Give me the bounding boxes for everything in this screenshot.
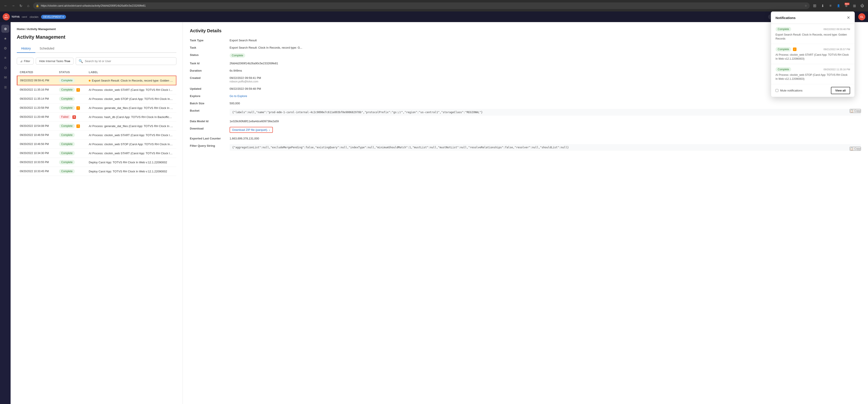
exported-counter-label: Exported Last Counter: [190, 137, 229, 140]
status-badge: Complete: [59, 169, 74, 173]
cell-status: Complete: [56, 149, 86, 158]
notif-footer: Mute notifications View all: [771, 84, 855, 97]
detail-row-filter-query: Filter Query String {"aggregationList":n…: [190, 144, 861, 151]
table-row[interactable]: 09/22/2022 09:59:41 PMCompleteExport Sea…: [17, 76, 176, 85]
power-button[interactable]: ⏻: [859, 3, 865, 9]
cell-created: 09/20/2022 11:20:48 PM: [17, 113, 57, 121]
notif-close-button[interactable]: ✕: [847, 15, 850, 20]
table-row[interactable]: 09/20/2022 10:33:45 PMCompleteDeploy Car…: [17, 167, 176, 176]
new-badge-button[interactable]: ⊕ New: [843, 3, 849, 9]
warning-icon: !: [76, 106, 80, 110]
more-apps-button[interactable]: ⊞: [851, 3, 858, 9]
copy-label: Copy: [854, 109, 861, 113]
explore-link[interactable]: Go to Explore: [229, 94, 247, 98]
col-created: Created: [17, 69, 57, 76]
table-row[interactable]: 09/20/2022 11:35:14 PMCompleteAI Process…: [17, 94, 176, 104]
new-badge: New: [845, 3, 849, 5]
env-badge[interactable]: DEVELOPMENT ▾: [41, 15, 66, 19]
sidebar-item-settings[interactable]: ⚙: [1, 44, 9, 52]
table-row[interactable]: 09/20/2022 10:54:08 PMComplete !AI Proce…: [17, 121, 176, 131]
sidebar-item-list[interactable]: ≡: [1, 54, 9, 62]
batch-size-label: Batch Size: [190, 102, 229, 105]
sidebar-item-circle[interactable]: ⊙: [1, 64, 9, 71]
status-badge: Complete: [229, 53, 245, 58]
sidebar-item-home[interactable]: ⊕: [1, 25, 9, 33]
filter-query-json: {"aggregationList":null,"excludeMergePen…: [229, 144, 861, 151]
table-row[interactable]: 09/20/2022 10:46:56 PMCompleteAI Process…: [17, 140, 176, 149]
profile-button[interactable]: 👤: [835, 3, 841, 9]
status-badge: Complete: [59, 160, 74, 165]
copy-filter-button[interactable]: 📋 Copy: [850, 147, 861, 151]
filter-button[interactable]: ⊿ Filter: [17, 58, 34, 64]
cell-status: Failed ✕: [56, 113, 86, 121]
detail-row-data-model-id: Data Model Id 1e328c60fd8f11e8a4dce60973…: [190, 120, 861, 123]
updated-label: Updated: [190, 87, 229, 90]
totvs-brand: TOTVS: [11, 16, 20, 18]
notif-title: Notifications: [775, 16, 796, 20]
home-button[interactable]: ⌂: [25, 3, 31, 9]
status-badge: Complete: [59, 151, 74, 155]
search-input[interactable]: [85, 59, 174, 63]
breadcrumb-home[interactable]: Home: [17, 27, 25, 31]
detail-row-status: Status Complete: [190, 53, 861, 58]
main-content: ⊕ ★ ⚙ ≡ ⊙ ✉ ≣ Home / Activity Management…: [0, 22, 868, 404]
table-row[interactable]: 09/20/2022 10:34:30 PMCompleteAI Process…: [17, 149, 176, 158]
explore-label: Explore: [190, 94, 229, 98]
warning-notif-icon: !: [793, 48, 797, 51]
url-input[interactable]: [41, 4, 803, 7]
cell-label: AI Process: clockin_web START (Carol App…: [86, 131, 176, 140]
task-type-label: Task Type: [190, 39, 229, 42]
status-badge: Complete: [59, 133, 74, 137]
hide-internal-button[interactable]: Hide Internal Tasks True: [36, 58, 73, 64]
detail-row-bucket: Bucket {"labels":null,"name":"prod-mdm-1…: [190, 109, 861, 116]
sidebar-item-message[interactable]: ✉: [1, 74, 9, 81]
copy-bucket-button[interactable]: 📋 Copy: [850, 109, 861, 113]
tab-scheduled[interactable]: Scheduled: [35, 45, 59, 53]
sidebar-item-star[interactable]: ★: [1, 34, 9, 42]
cell-created: 09/20/2022 10:34:30 PM: [17, 149, 57, 158]
cell-label: Deploy Carol App: TOTVS RH Clock In Web …: [86, 158, 176, 167]
star-icon[interactable]: ☆: [805, 4, 807, 7]
chevron-down-icon: ▾: [62, 16, 64, 18]
cell-label: Export Search Result: Clock In Records, …: [86, 76, 176, 85]
bookmarks-button[interactable]: ≡: [827, 3, 834, 9]
download-link[interactable]: Download ZIP file (parquet). ↓: [229, 127, 273, 133]
notification-item[interactable]: Complete ! 09/21/2022 04:35:57 PM AI Pro…: [771, 44, 855, 64]
mute-checkbox-label[interactable]: Mute notifications: [775, 89, 802, 92]
notif-item-header: Complete ! 09/21/2022 04:35:57 PM: [775, 47, 850, 52]
status-badge: Failed: [59, 115, 71, 119]
back-button[interactable]: ←: [3, 3, 9, 9]
filter-icon: ⊿: [20, 59, 23, 63]
copy-icon2: 📋: [850, 147, 854, 150]
page-content: Home / Activity Management Activity Mana…: [10, 22, 868, 404]
cell-label: AI Process: generate_dat_files (Carol Ap…: [86, 121, 176, 131]
notif-text: AI Process: clockin_web STOP (Carol App:…: [775, 73, 850, 81]
notif-items-container: Complete 09/22/2022 09:59:48 PM Export S…: [771, 24, 855, 84]
bucket-json: {"labels":null,"name":"prod-mdm-1-carol-…: [229, 109, 861, 116]
status-badge: Complete: [59, 124, 74, 128]
forward-button[interactable]: →: [10, 3, 16, 9]
status-badge: Complete: [59, 88, 74, 92]
details-panel: Activity Details Task Type Export Search…: [183, 22, 868, 404]
tab-history[interactable]: History: [17, 45, 35, 53]
view-all-button[interactable]: View all: [831, 87, 850, 94]
exported-counter-label-text: Exported Last Counter: [190, 137, 221, 140]
sidebar-item-table[interactable]: ≣: [1, 83, 9, 91]
exported-counter-value: 1,663,699,378,131,000: [229, 137, 861, 140]
extensions-button[interactable]: ⊞: [811, 3, 818, 9]
table-row[interactable]: 09/20/2022 11:35:16 PMComplete !AI Proce…: [17, 85, 176, 94]
notification-item[interactable]: Complete 09/20/2022 11:35:16 PM AI Proce…: [771, 64, 855, 84]
logo-area: CLDEV TOTVS carol clockin: [3, 13, 38, 20]
reload-button[interactable]: ↻: [18, 3, 24, 9]
data-model-id-label: Data Model Id: [190, 120, 229, 123]
mute-checkbox-input[interactable]: [775, 89, 778, 92]
save-button[interactable]: ⬇: [819, 3, 826, 9]
notification-item[interactable]: Complete 09/22/2022 09:59:48 PM Export S…: [771, 24, 855, 44]
cell-status: Complete !: [56, 104, 86, 113]
table-row[interactable]: 09/20/2022 11:20:48 PMFailed ✕AI Process…: [17, 113, 176, 121]
table-row[interactable]: 09/20/2022 11:20:58 PMComplete !AI Proce…: [17, 104, 176, 113]
table-row[interactable]: 09/20/2022 10:46:59 PMCompleteAI Process…: [17, 131, 176, 140]
user-avatar-button[interactable]: CL: [858, 13, 865, 20]
table-row[interactable]: 09/20/2022 10:33:55 PMCompleteDeploy Car…: [17, 158, 176, 167]
task-id-value: 2fdd4d2069f14b26a90c5e233269fe81: [229, 62, 861, 65]
